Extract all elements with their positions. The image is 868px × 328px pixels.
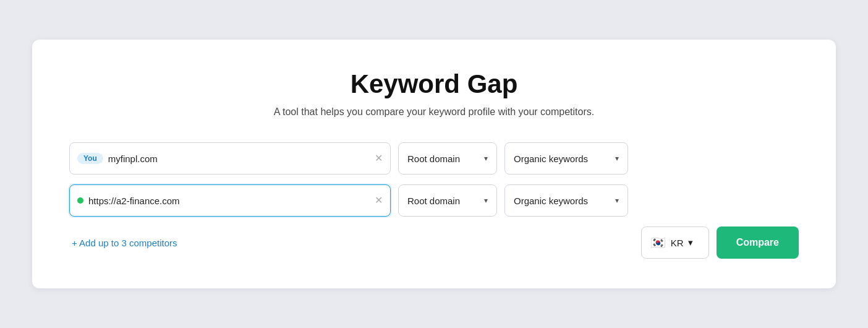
page-title: Keyword Gap <box>69 69 799 99</box>
country-code: KR <box>671 238 684 248</box>
domain-type-label-1: Root domain <box>407 153 460 164</box>
compare-button[interactable]: Compare <box>717 227 799 259</box>
domain-type-select-1[interactable]: Root domain ▾ <box>398 142 497 175</box>
domain-input-wrapper-1: You ✕ <box>69 142 391 175</box>
domain-type-label-2: Root domain <box>407 196 460 206</box>
keyword-type-label-1: Organic keywords <box>514 153 588 164</box>
chevron-down-icon-1: ▾ <box>484 154 488 163</box>
you-badge: You <box>77 153 103 164</box>
keyword-type-label-2: Organic keywords <box>514 196 588 206</box>
chevron-down-icon-4: ▾ <box>615 196 619 205</box>
keyword-type-select-2[interactable]: Organic keywords ▾ <box>504 184 628 217</box>
domain-input-wrapper-2: ✕ <box>69 184 391 217</box>
keyword-type-select-1[interactable]: Organic keywords ▾ <box>504 142 628 175</box>
domain-input-1[interactable] <box>108 153 370 164</box>
chevron-down-icon-3: ▾ <box>484 196 488 205</box>
clear-icon-1[interactable]: ✕ <box>375 153 383 163</box>
domain-input-2[interactable] <box>88 196 370 206</box>
clear-icon-2[interactable]: ✕ <box>375 196 383 205</box>
active-dot-icon <box>77 197 83 204</box>
bottom-row: + Add up to 3 competitors 🇰🇷 KR ▾ Compar… <box>69 227 799 259</box>
chevron-down-icon-2: ▾ <box>615 154 619 163</box>
bottom-right-actions: 🇰🇷 KR ▾ Compare <box>641 227 799 259</box>
chevron-down-icon-5: ▾ <box>688 237 693 248</box>
domain-row-2: ✕ Root domain ▾ Organic keywords ▾ <box>69 184 799 217</box>
page-subtitle: A tool that helps you compare your keywo… <box>69 106 799 118</box>
add-competitors-button[interactable]: + Add up to 3 competitors <box>72 238 177 248</box>
country-select[interactable]: 🇰🇷 KR ▾ <box>641 227 709 259</box>
domain-type-select-2[interactable]: Root domain ▾ <box>398 184 497 217</box>
country-flag: 🇰🇷 <box>650 235 666 250</box>
domain-row-1: You ✕ Root domain ▾ Organic keywords ▾ <box>69 142 799 175</box>
keyword-gap-card: Keyword Gap A tool that helps you compar… <box>32 40 836 288</box>
